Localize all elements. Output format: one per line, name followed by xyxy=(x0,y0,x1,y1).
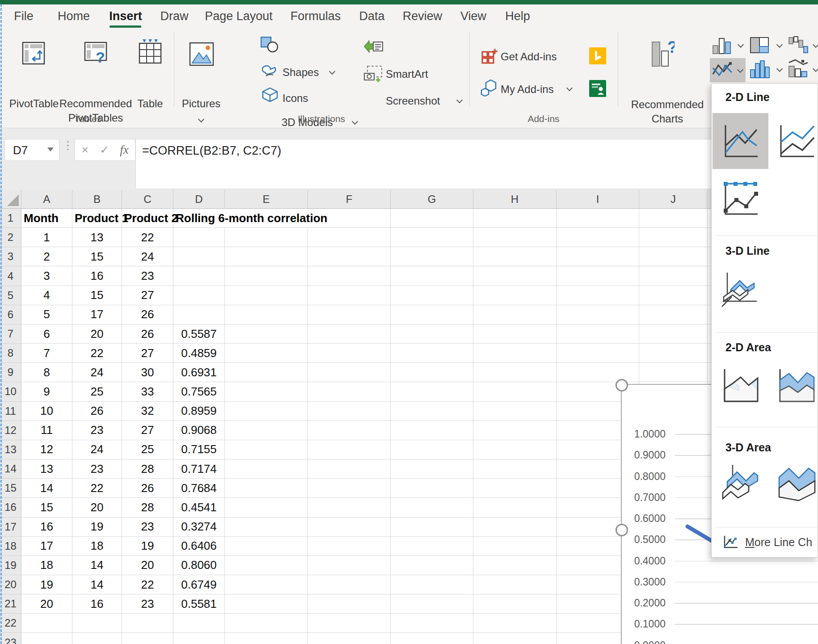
sheet-row-3[interactable]: 321524 xyxy=(0,247,818,266)
cell-H14[interactable] xyxy=(473,459,557,479)
cell-B13[interactable]: 24 xyxy=(72,440,122,459)
cell-G9[interactable] xyxy=(391,363,473,382)
cell-F6[interactable] xyxy=(308,305,391,324)
icons-button[interactable]: Icons xyxy=(283,92,308,105)
cell-A16[interactable]: 15 xyxy=(21,498,72,517)
cell-J4[interactable] xyxy=(639,266,708,286)
cell-B6[interactable]: 17 xyxy=(72,305,122,324)
cell-F19[interactable] xyxy=(308,556,391,575)
cell-H11[interactable] xyxy=(473,402,557,421)
pictures-dropdown-chevron[interactable] xyxy=(198,117,204,122)
cell-H20[interactable] xyxy=(473,575,557,594)
cell-A17[interactable]: 16 xyxy=(21,518,72,537)
cell-D12[interactable]: 0.9068 xyxy=(173,421,225,440)
cell-C10[interactable]: 33 xyxy=(122,382,173,401)
insert-hierarchy-chart-chevron[interactable] xyxy=(777,42,782,48)
cell-C4[interactable]: 23 xyxy=(122,266,173,286)
cell-E15[interactable] xyxy=(225,479,308,498)
cell-A3[interactable]: 2 xyxy=(21,247,72,266)
cell-I4[interactable] xyxy=(557,266,639,286)
cell-H5[interactable] xyxy=(473,286,557,305)
shapes-button[interactable]: Shapes xyxy=(283,66,319,79)
tab-insert[interactable]: Insert xyxy=(109,4,142,28)
row-header-11[interactable]: 11 xyxy=(0,402,21,421)
cell-D5[interactable] xyxy=(173,286,225,305)
cell-B19[interactable]: 14 xyxy=(72,556,122,575)
cell-I7[interactable] xyxy=(557,324,639,344)
cell-G11[interactable] xyxy=(391,402,473,421)
name-box[interactable]: D7 xyxy=(4,139,59,161)
cell-B14[interactable]: 23 xyxy=(72,459,122,479)
my-addins-dropdown-chevron[interactable] xyxy=(567,86,572,91)
row-header-4[interactable]: 4 xyxy=(0,266,21,286)
cell-F11[interactable] xyxy=(308,402,391,421)
tab-draw[interactable]: Draw xyxy=(160,4,188,28)
cell-empty[interactable] xyxy=(557,209,639,228)
cell-D17[interactable]: 0.3274 xyxy=(173,518,225,537)
cell-A10[interactable]: 9 xyxy=(21,382,72,401)
cell-H9[interactable] xyxy=(473,363,557,382)
cell-H3[interactable] xyxy=(473,247,557,266)
cell-H13[interactable] xyxy=(473,440,557,459)
cell-E12[interactable] xyxy=(225,421,308,440)
sheet-row-4[interactable]: 431623 xyxy=(0,266,818,286)
cell-A4[interactable]: 3 xyxy=(21,266,72,286)
select-all-corner[interactable] xyxy=(0,190,21,209)
cell-E13[interactable] xyxy=(225,440,308,459)
row-header-6[interactable]: 6 xyxy=(0,305,21,324)
insert-hierarchy-chart-button[interactable] xyxy=(750,37,771,56)
cell-I3[interactable] xyxy=(557,247,639,266)
cell-C3[interactable]: 24 xyxy=(122,247,173,266)
cell-F10[interactable] xyxy=(308,382,391,401)
cell-J6[interactable] xyxy=(639,305,708,324)
cell-D15[interactable]: 0.7684 xyxy=(173,479,225,498)
gallery-line-chart[interactable] xyxy=(713,113,768,169)
cell-A7[interactable]: 6 xyxy=(21,324,72,344)
row-header-14[interactable]: 14 xyxy=(0,459,21,479)
cell-G20[interactable] xyxy=(391,575,473,594)
gallery-stacked-area-chart[interactable] xyxy=(769,357,818,413)
cell-E16[interactable] xyxy=(225,498,308,517)
cell-B17[interactable]: 19 xyxy=(72,518,122,537)
row-header-3[interactable]: 3 xyxy=(0,247,21,266)
cell-A8[interactable]: 7 xyxy=(21,344,72,363)
cell-H6[interactable] xyxy=(473,305,557,324)
cell-I8[interactable] xyxy=(557,344,639,363)
cell-G8[interactable] xyxy=(391,344,473,363)
cell-B23[interactable] xyxy=(72,633,122,644)
cell-F9[interactable] xyxy=(308,363,391,382)
shapes-icon[interactable] xyxy=(261,37,279,55)
cell-C2[interactable]: 22 xyxy=(122,228,173,247)
cell-F3[interactable] xyxy=(308,247,391,266)
cell-B9[interactable]: 24 xyxy=(72,363,122,382)
cell-A21[interactable]: 20 xyxy=(21,594,72,614)
sheet-row-5[interactable]: 541527 xyxy=(0,286,818,305)
cell-C6[interactable]: 26 xyxy=(122,305,173,324)
cell-F23[interactable] xyxy=(308,633,391,644)
cell-F21[interactable] xyxy=(308,594,391,614)
cell-C9[interactable]: 30 xyxy=(122,363,173,382)
recommended-pivottables-icon[interactable]: ? xyxy=(84,39,108,69)
3d-models-dropdown-chevron[interactable] xyxy=(352,119,358,125)
cell-F4[interactable] xyxy=(308,266,391,286)
cancel-icon[interactable]: × xyxy=(75,139,95,160)
cell-E17[interactable] xyxy=(225,518,308,537)
row-header-18[interactable]: 18 xyxy=(0,537,21,556)
row-header-12[interactable]: 12 xyxy=(0,421,21,440)
table-icon[interactable] xyxy=(138,38,162,68)
row-header-1[interactable]: 1 xyxy=(0,209,21,228)
formula-bar-drag-dots[interactable]: ⋮ xyxy=(62,139,73,152)
cell-J5[interactable] xyxy=(639,286,708,305)
cell-A9[interactable]: 8 xyxy=(21,363,72,382)
insert-line-chart-button[interactable] xyxy=(710,58,746,82)
cell-C12[interactable]: 27 xyxy=(122,421,173,440)
cell-H21[interactable] xyxy=(473,594,557,614)
cell-A12[interactable]: 11 xyxy=(21,421,72,440)
cell-E3[interactable] xyxy=(225,247,308,266)
tab-file[interactable]: File xyxy=(14,4,34,28)
pictures-button[interactable]: Pictures xyxy=(182,97,221,110)
insert-histogram-chart-chevron[interactable] xyxy=(777,67,782,72)
cell-E10[interactable] xyxy=(225,382,308,401)
cell-H22[interactable] xyxy=(473,614,557,633)
cell-C16[interactable]: 28 xyxy=(122,498,173,517)
